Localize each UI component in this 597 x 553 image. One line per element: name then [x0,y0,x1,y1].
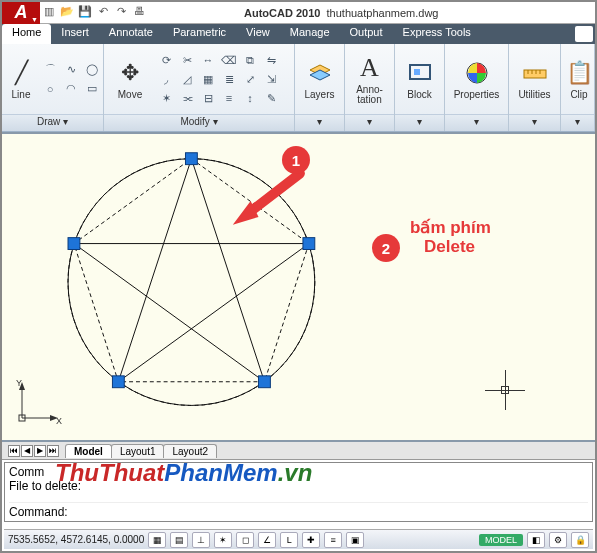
help-search-input[interactable] [575,26,593,42]
svg-line-16 [249,173,300,212]
panel-title-layers[interactable]: ▾ [295,114,344,131]
rotate-icon[interactable]: ⟳ [156,51,176,69]
layout-nav-prev-icon[interactable]: ◀ [21,445,33,457]
command-window[interactable]: Comm File to delete: Command: ThuThuatPh… [4,462,593,522]
extend-icon[interactable]: ↔ [198,51,218,69]
layout-tab-model[interactable]: Model [65,444,112,458]
tab-manage[interactable]: Manage [280,24,340,44]
command-prompt[interactable]: Command: [9,502,588,519]
polar-toggle-icon[interactable]: ✶ [214,532,232,548]
offset-icon[interactable]: ≣ [219,70,239,88]
spline-icon[interactable]: ∿ [61,61,81,79]
array-icon[interactable]: ▦ [198,70,218,88]
tab-express-tools[interactable]: Express Tools [393,24,481,44]
scale-icon[interactable]: ⤢ [240,70,260,88]
svg-rect-1 [414,69,420,75]
copy-icon[interactable]: ⧉ [240,51,260,69]
layout-nav-last-icon[interactable]: ⏭ [47,445,59,457]
annotation-button[interactable]: A Anno- tation [349,52,390,106]
status-tool-icon[interactable]: ◧ [527,532,545,548]
snap-toggle-icon[interactable]: ▦ [148,532,166,548]
layout-nav-next-icon[interactable]: ▶ [34,445,46,457]
layout-tab-layout1[interactable]: Layout1 [111,444,165,458]
layout-nav: ⏮ ◀ ▶ ⏭ [8,445,59,457]
ducs-toggle-icon[interactable]: L [280,532,298,548]
panel-title-annotation[interactable]: ▾ [345,114,394,131]
layout-tab-bar: ⏮ ◀ ▶ ⏭ Model Layout1 Layout2 [2,442,595,460]
qat-new-icon[interactable]: ▥ [42,4,56,18]
line-button[interactable]: ╱ Line [6,52,36,106]
trim-icon[interactable]: ✂ [177,51,197,69]
move-button[interactable]: ✥ Move [108,52,152,106]
qat-undo-icon[interactable]: ↶ [96,4,110,18]
rectangle-icon[interactable]: ▭ [82,80,102,98]
panel-title-utilities[interactable]: ▾ [509,114,560,131]
ellipse-icon[interactable]: ◯ [82,61,102,79]
tab-insert[interactable]: Insert [51,24,99,44]
panel-draw: ╱ Line ⌒ ∿ ◯ ○ ◠ ▭ Draw [2,44,104,131]
svg-rect-11 [185,153,197,165]
panel-layers: Layers ▾ [295,44,345,131]
layout-tab-layout2[interactable]: Layout2 [163,444,217,458]
block-button[interactable]: Block [399,52,440,106]
qat-open-icon[interactable]: 📂 [60,4,74,18]
osnap-toggle-icon[interactable]: ◻ [236,532,254,548]
svg-rect-13 [259,376,271,388]
break-icon[interactable]: ⊟ [198,89,218,107]
erase-icon[interactable]: ⌫ [219,51,239,69]
panel-title-draw[interactable]: Draw [2,114,103,131]
layout-nav-first-icon[interactable]: ⏮ [8,445,20,457]
panel-title-clipboard[interactable]: ▾ [561,114,594,131]
tab-home[interactable]: Home [2,24,51,44]
annotation-step-1: 1 [282,146,310,174]
clipboard-button[interactable]: 📋 Clip [565,52,593,106]
circle-icon[interactable]: ○ [40,80,60,98]
window-title: AutoCAD 2010 thuthuatphanmem.dwg [244,7,438,19]
model-space-chip[interactable]: MODEL [479,534,523,546]
qat-redo-icon[interactable]: ↷ [114,4,128,18]
coordinate-readout: 7535.5652, 4572.6145, 0.0000 [8,534,144,545]
title-bar: A ▥ 📂 💾 ↶ ↷ 🖶 AutoCAD 2010 thuthuatphanm… [2,2,595,24]
tab-parametric[interactable]: Parametric [163,24,236,44]
panel-title-modify[interactable]: Modify [104,114,294,131]
layers-button[interactable]: Layers [299,52,340,106]
status-tool-icon[interactable]: 🔒 [571,532,589,548]
line-icon: ╱ [6,58,36,88]
mirror-icon[interactable]: ⇋ [261,51,281,69]
tab-output[interactable]: Output [340,24,393,44]
svg-rect-14 [112,376,124,388]
lwt-toggle-icon[interactable]: ≡ [324,532,342,548]
otrack-toggle-icon[interactable]: ∠ [258,532,276,548]
qp-toggle-icon[interactable]: ▣ [346,532,364,548]
stretch-icon[interactable]: ⇲ [261,70,281,88]
dyn-toggle-icon[interactable]: ✚ [302,532,320,548]
grid-toggle-icon[interactable]: ▤ [170,532,188,548]
panel-annotation: A Anno- tation ▾ [345,44,395,131]
tab-view[interactable]: View [236,24,280,44]
ribbon-tabs: Home Insert Annotate Parametric View Man… [2,24,595,44]
tab-annotate[interactable]: Annotate [99,24,163,44]
align-icon[interactable]: ≡ [219,89,239,107]
ortho-toggle-icon[interactable]: ⊥ [192,532,210,548]
app-menu-button[interactable]: A [2,2,40,24]
panel-title-properties[interactable]: ▾ [445,114,508,131]
qat-print-icon[interactable]: 🖶 [132,4,146,18]
polyline-icon[interactable]: ⌒ [40,61,60,79]
drawing-canvas[interactable]: 1 2 bấm phím Delete Y X [2,132,595,442]
command-history-line: File to delete: [9,479,588,493]
chamfer-icon[interactable]: ◿ [177,70,197,88]
arc-icon[interactable]: ◠ [61,80,81,98]
properties-icon [462,58,492,88]
status-tool-icon[interactable]: ⚙ [549,532,567,548]
edit-icon[interactable]: ✎ [261,89,281,107]
explode-icon[interactable]: ✶ [156,89,176,107]
fillet-icon[interactable]: ◞ [156,70,176,88]
properties-button[interactable]: Properties [449,52,504,106]
panel-block: Block ▾ [395,44,445,131]
utilities-button[interactable]: Utilities [513,52,556,106]
svg-rect-15 [68,238,80,250]
panel-title-block[interactable]: ▾ [395,114,444,131]
qat-save-icon[interactable]: 💾 [78,4,92,18]
lengthen-icon[interactable]: ↕ [240,89,260,107]
join-icon[interactable]: ⫘ [177,89,197,107]
